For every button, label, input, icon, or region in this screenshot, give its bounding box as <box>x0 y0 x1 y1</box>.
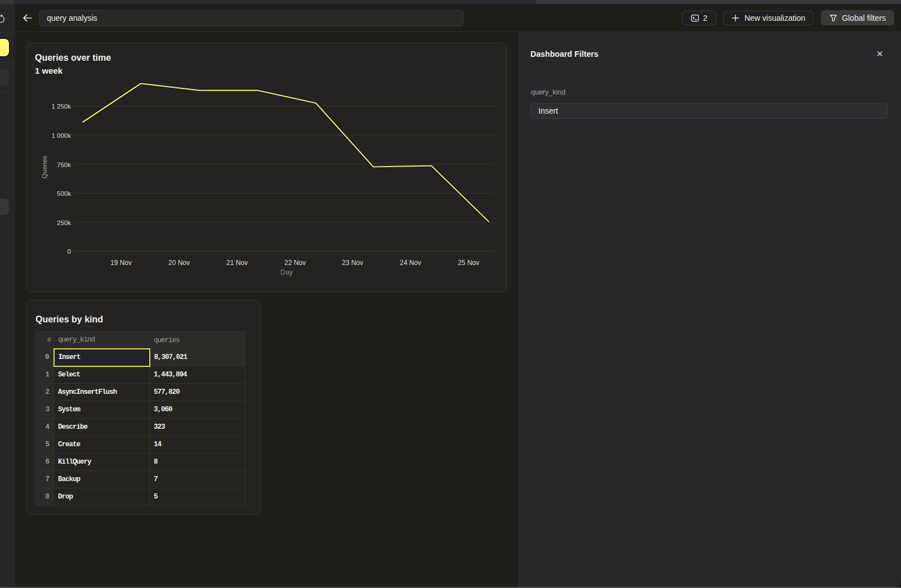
svg-text:0: 0 <box>68 248 71 255</box>
svg-text:Queries: Queries <box>41 156 48 179</box>
svg-text:21 Nov: 21 Nov <box>226 259 248 267</box>
svg-text:250k: 250k <box>57 219 71 226</box>
svg-text:500k: 500k <box>57 190 71 197</box>
svg-text:23 Nov: 23 Nov <box>342 259 363 267</box>
svg-text:750k: 750k <box>57 161 71 168</box>
svg-text:19 Nov: 19 Nov <box>110 259 132 267</box>
svg-text:24 Nov: 24 Nov <box>400 259 421 267</box>
svg-text:22 Nov: 22 Nov <box>284 259 306 267</box>
svg-text:Day: Day <box>280 268 293 276</box>
svg-text:20 Nov: 20 Nov <box>168 259 190 267</box>
svg-text:1 250k: 1 250k <box>51 103 71 110</box>
svg-text:1 000k: 1 000k <box>51 132 71 139</box>
svg-text:25 Nov: 25 Nov <box>458 259 479 267</box>
